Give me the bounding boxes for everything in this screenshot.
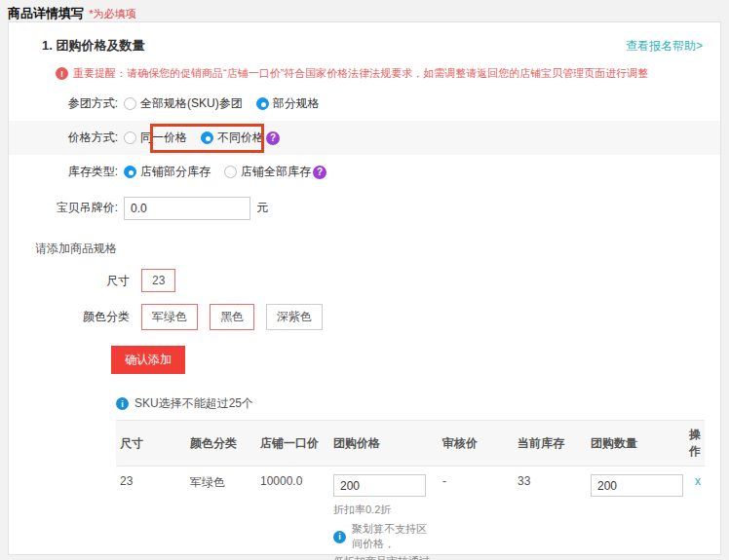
discount-note: 折扣率0.2折 [333,503,435,517]
col-group-price: 团购价格 [329,421,439,467]
col-size: 尺寸 [116,421,186,467]
group-price-input[interactable] [333,474,426,497]
sku-limit-text: SKU选择不能超过25个 [134,395,253,412]
stock-type-option-all-label: 店铺全部库存 [241,164,311,180]
sku-limit-note: i SKU选择不能超过25个 [116,395,720,412]
join-mode-option-partial[interactable]: 部分规格 [256,95,320,112]
required-note: *为必填项 [89,8,135,19]
cell-quantity [587,467,684,560]
sku-table: 尺寸 颜色分类 店铺一口价 团购价格 审核价 当前库存 团购数量 操作 23 军… [116,420,705,560]
price-mode-option-same-label: 同一价格 [140,130,187,146]
join-mode-row: 参团方式: 全部规格(SKU)参团 部分规格 [9,87,720,121]
cell-review-price: - [439,467,514,560]
cell-group-price: 折扣率0.2折 i 聚划算不支持区间价格， 低折扣商品审核通过率高 [329,467,439,560]
price-law-warning: ! 重要提醒：请确保您的促销商品“店铺一口价”符合国家价格法律法规要求，如需调整… [56,66,703,81]
col-review-price: 审核价 [439,421,514,467]
col-shop-price: 店铺一口价 [256,421,329,467]
radio-same-price[interactable] [124,131,136,144]
join-mode-label: 参团方式: [9,95,118,112]
col-quantity: 团购数量 [587,421,684,467]
price-mode-option-same[interactable]: 同一价格 [124,130,187,146]
tag-price-input[interactable] [124,197,250,220]
color-chip-army-green[interactable]: 军绿色 [141,304,198,330]
cell-stock: 33 [514,467,587,560]
tag-price-row: 宝贝吊牌价: 元 [9,191,720,225]
stock-type-option-partial-label: 店铺部分库存 [140,164,211,180]
spec-note: 请添加商品规格 [35,241,720,257]
cell-shop-price: 10000.0 [256,467,329,560]
radio-different-price[interactable] [201,131,213,144]
info-icon: i [333,531,346,543]
price-tip-line1: 聚划算不支持区间价格， [352,522,435,551]
price-tip-line2: 低折扣商品审核通过率高 [333,554,435,560]
color-chip-black[interactable]: 黑色 [210,304,254,330]
col-stock: 当前库存 [514,421,587,467]
size-label: 尺寸 [9,273,130,289]
stock-type-help-icon[interactable]: ? [313,166,326,179]
delete-row-link[interactable]: x [695,474,701,488]
join-mode-option-all[interactable]: 全部规格(SKU)参团 [124,95,243,112]
stock-type-option-partial[interactable]: 店铺部分库存 [124,164,211,180]
stock-type-label: 库存类型: [9,164,118,180]
confirm-add-button[interactable]: 确认添加 [111,346,185,374]
cell-action: x [684,467,705,560]
tag-price-unit: 元 [256,200,268,216]
price-mode-help-icon[interactable]: ? [266,131,280,145]
color-row: 颜色分类 军绿色 黑色 深紫色 [9,304,720,330]
signup-help-link[interactable]: 查看报名帮助> [626,38,703,55]
info-icon: i [116,397,129,410]
col-action: 操作 [684,421,705,467]
cell-size: 23 [116,467,186,560]
radio-all-stock[interactable] [224,166,237,178]
table-header-row: 尺寸 颜色分类 店铺一口价 团购价格 审核价 当前库存 团购数量 操作 [116,421,705,467]
join-mode-option-all-label: 全部规格(SKU)参团 [140,95,243,112]
price-mode-option-different-label: 不同价格 [217,130,264,146]
stock-type-option-all[interactable]: 店铺全部库存 ? [224,164,326,180]
size-row: 尺寸 23 [9,269,720,292]
join-mode-option-partial-label: 部分规格 [273,95,320,112]
price-mode-option-different[interactable]: 不同价格 ? [201,130,280,146]
warning-icon: ! [56,67,68,80]
warning-text: 重要提醒：请确保您的促销商品“店铺一口价”符合国家价格法律法规要求，如需调整请返… [73,66,648,81]
radio-partial-stock[interactable] [124,166,136,178]
group-buy-panel: 1. 团购价格及数量 查看报名帮助> ! 重要提醒：请确保您的促销商品“店铺一口… [8,21,721,555]
radio-partial-sku[interactable] [256,97,269,110]
price-tip: i 聚划算不支持区间价格， [333,522,435,551]
section-title: 1. 团购价格及数量 [42,37,144,55]
page-title: 商品详情填写 [8,6,84,20]
radio-all-sku[interactable] [124,97,136,110]
size-chip-23[interactable]: 23 [141,269,175,292]
stock-type-row: 库存类型: 店铺部分库存 店铺全部库存 ? [9,155,720,189]
tag-price-label: 宝贝吊牌价: [9,200,118,216]
page-header: 商品详情填写 *为必填项 [0,0,729,22]
col-color: 颜色分类 [186,421,256,467]
color-chip-dark-purple[interactable]: 深紫色 [266,304,323,330]
color-label: 颜色分类 [9,309,130,325]
section-header: 1. 团购价格及数量 查看报名帮助> [9,22,720,62]
cell-color: 军绿色 [186,467,256,560]
quantity-input[interactable] [591,474,683,497]
price-mode-label: 价格方式: [9,130,118,146]
price-mode-row: 价格方式: 同一价格 不同价格 ? [9,121,720,155]
table-row: 23 军绿色 10000.0 折扣率0.2折 i 聚划算不支持区间价格， 低折扣… [116,467,705,560]
